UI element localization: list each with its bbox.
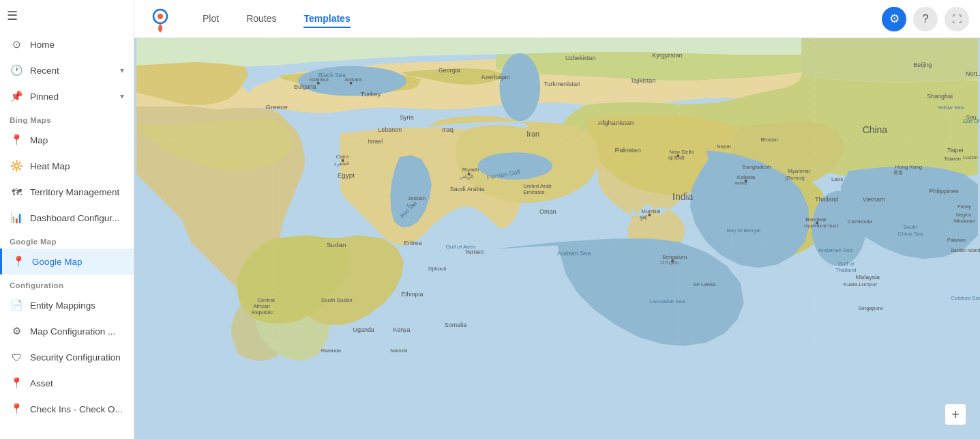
svg-text:Taiwan: Taiwan <box>944 156 961 162</box>
svg-text:Shanghai: Shanghai <box>927 93 953 100</box>
zoom-plus-button[interactable]: + <box>945 403 966 425</box>
svg-text:Arabian Sea: Arabian Sea <box>557 250 591 257</box>
svg-text:South Sudan: South Sudan <box>321 297 353 303</box>
sidebar-item-map-configuration[interactable]: ⚙ Map Configuration ... <box>0 318 134 344</box>
svg-text:الرياض: الرياض <box>460 174 473 180</box>
svg-text:Jeddah: Jeddah <box>408 195 426 201</box>
svg-text:African: African <box>253 303 270 309</box>
svg-text:Sri Lanka: Sri Lanka <box>693 281 716 287</box>
svg-text:Tajikistan: Tajikistan <box>630 77 655 84</box>
sidebar-dashboard-label: Dashboard Configur... <box>30 213 119 223</box>
svg-text:Mindanao: Mindanao <box>954 218 975 223</box>
check-in-icon: 📍 <box>10 402 23 416</box>
sidebar: ☰ ⊙ Home 🕐 Recent ▾ 📌 Pinned ▾ Bing Maps… <box>0 0 134 439</box>
sidebar-heat-map-label: Heat Map <box>30 161 70 171</box>
sidebar-item-heat-map[interactable]: 🔆 Heat Map <box>0 153 134 179</box>
logo-area <box>145 4 175 34</box>
svg-text:Yellow Sea: Yellow Sea <box>937 104 964 111</box>
svg-text:Bulgaria: Bulgaria <box>294 83 316 90</box>
svg-text:Somalia: Somalia <box>445 322 466 328</box>
svg-text:Sou...: Sou... <box>966 114 980 121</box>
nav-routes[interactable]: Routes <box>246 10 276 28</box>
sidebar-item-google-map[interactable]: 📍 Google Map <box>0 249 134 274</box>
svg-text:Nort...: Nort... <box>966 70 980 77</box>
svg-text:New Delhi: New Delhi <box>669 149 694 155</box>
pinned-chevron-icon: ▾ <box>120 91 124 101</box>
svg-text:Malaysia: Malaysia <box>856 274 880 281</box>
svg-text:Azerbaijan: Azerbaijan <box>481 74 510 81</box>
svg-point-1 <box>158 14 163 19</box>
map-container[interactable]: Black Sea Georgia Uzbekistan Kyrgyzstan … <box>134 38 980 439</box>
svg-point-18 <box>499 53 540 121</box>
sidebar-item-dashboard-config[interactable]: 📊 Dashboard Configur... <box>0 205 134 231</box>
sidebar-item-check-ins[interactable]: 📍 Check Ins - Check O... <box>0 396 134 422</box>
svg-text:Negros: Negros <box>956 212 972 218</box>
svg-text:Kuala Lumpur: Kuala Lumpur <box>844 281 878 287</box>
svg-text:Kolkata: Kolkata <box>737 174 756 180</box>
nav-plot[interactable]: Plot <box>203 10 219 28</box>
svg-text:Laos: Laos <box>831 176 843 182</box>
territory-icon: 🗺 <box>10 185 23 199</box>
svg-text:Israel: Israel <box>368 138 383 145</box>
topbar-nav: Plot Routes Templates <box>203 10 882 28</box>
dashboard-icon: 📊 <box>10 211 23 225</box>
sidebar-map-label: Map <box>30 135 48 145</box>
pin-icon: 📌 <box>10 89 23 103</box>
main-area: Plot Routes Templates ⚙ ? ⛶ <box>134 0 980 439</box>
sidebar-map-config-label: Map Configuration ... <box>30 326 115 337</box>
svg-text:Bangladesh: Bangladesh <box>743 164 771 170</box>
svg-text:Cairo: Cairo <box>336 154 350 160</box>
svg-text:Greece: Greece <box>265 103 288 111</box>
sidebar-item-asset[interactable]: 📍 Asset <box>0 370 134 396</box>
svg-text:Kyrgyzstan: Kyrgyzstan <box>652 52 682 59</box>
topbar: Plot Routes Templates ⚙ ? ⛶ <box>134 0 980 38</box>
sidebar-item-territory-management[interactable]: 🗺 Territory Management <box>0 179 134 205</box>
nav-templates[interactable]: Templates <box>303 10 350 28</box>
hamburger-icon[interactable]: ☰ <box>7 8 18 23</box>
help-button[interactable]: ? <box>913 7 938 31</box>
svg-text:China: China <box>863 124 888 135</box>
bing-maps-section-label: Bing Maps <box>0 109 134 127</box>
svg-text:Syria: Syria <box>400 114 413 121</box>
configuration-section-label: Configuration <box>0 274 134 292</box>
sidebar-item-map[interactable]: 📍 Map <box>0 127 134 153</box>
svg-text:İstanbul: İstanbul <box>310 76 329 83</box>
svg-text:Yemen: Yemen <box>465 249 484 255</box>
recent-icon: 🕐 <box>10 63 23 77</box>
svg-text:Kenya: Kenya <box>393 326 410 333</box>
svg-text:Turkey: Turkey <box>360 90 381 98</box>
svg-text:Bay of Bengal: Bay of Bengal <box>727 227 761 233</box>
svg-text:Emirates: Emirates <box>523 189 544 195</box>
svg-text:Sudan: Sudan <box>327 241 346 249</box>
sidebar-item-pinned[interactable]: 📌 Pinned ▾ <box>0 83 134 109</box>
svg-text:United Arab: United Arab <box>523 183 552 189</box>
svg-text:Iraq: Iraq <box>442 126 454 133</box>
svg-text:Beijing: Beijing <box>913 61 932 68</box>
svg-text:(Burma): (Burma) <box>785 175 805 181</box>
sidebar-recent-label: Recent <box>30 66 59 76</box>
map-svg: Black Sea Georgia Uzbekistan Kyrgyzstan … <box>134 38 980 439</box>
svg-text:Ethiopia: Ethiopia <box>401 291 423 298</box>
svg-text:কলকাতা: কলকাতা <box>734 181 747 186</box>
svg-text:Uzbekistan: Uzbekistan <box>565 55 595 61</box>
sidebar-home-label: Home <box>30 40 55 50</box>
svg-text:नई दिल्ली: नई दिल्ली <box>667 155 685 161</box>
svg-text:Andaman Sea: Andaman Sea <box>818 247 853 253</box>
sidebar-item-recent[interactable]: 🕐 Recent ▾ <box>0 57 134 83</box>
map-pin-icon: 📍 <box>10 133 23 147</box>
svg-text:India: India <box>672 191 693 202</box>
google-map-icon: 📍 <box>12 255 25 268</box>
sidebar-item-entity-mappings[interactable]: 📄 Entity Mappings <box>0 292 134 318</box>
svg-text:Gulf of: Gulf of <box>838 261 855 267</box>
svg-text:Philippines: Philippines <box>929 188 959 195</box>
sidebar-item-security-configuration[interactable]: 🛡 Security Configuration <box>0 344 134 370</box>
settings-button[interactable]: ⚙ <box>882 7 906 31</box>
svg-text:Oman: Oman <box>539 208 556 215</box>
svg-text:ಬೆಂಗಳೂರು: ಬೆಂಗಳೂರು <box>659 261 679 266</box>
sidebar-item-home[interactable]: ⊙ Home <box>0 31 134 57</box>
svg-text:Egypt: Egypt <box>338 171 355 179</box>
expand-button[interactable]: ⛶ <box>945 7 969 31</box>
app-logo <box>145 4 175 34</box>
sidebar-territory-label: Territory Management <box>30 187 119 197</box>
svg-text:Basilan Island: Basilan Island <box>951 248 980 253</box>
